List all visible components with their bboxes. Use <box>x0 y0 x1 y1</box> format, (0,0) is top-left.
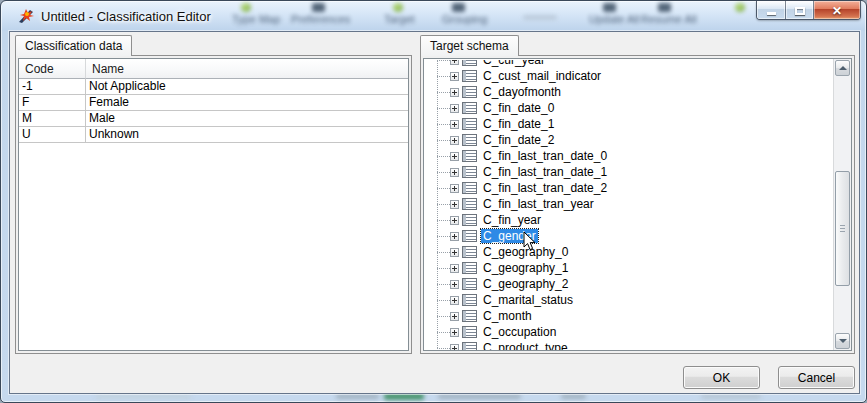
expand-icon[interactable] <box>450 184 459 193</box>
tree-item-clipped[interactable]: C_cur_year <box>424 60 832 68</box>
expand-icon[interactable] <box>450 296 459 305</box>
expand-icon[interactable] <box>450 280 459 289</box>
minimize-button[interactable] <box>757 1 786 19</box>
schema-tree-view: C_cur_year C_cust_mail_indicator C_dayof… <box>423 58 852 351</box>
expand-icon[interactable] <box>450 344 459 351</box>
tree-item[interactable]: C_fin_last_tran_date_1 <box>424 164 832 180</box>
tree-item[interactable]: C_fin_last_tran_year <box>424 196 832 212</box>
tree-item[interactable]: C_product_type <box>424 340 832 350</box>
tree-item-label[interactable]: C_fin_date_1 <box>481 117 556 131</box>
table-icon <box>462 278 477 290</box>
ok-button[interactable]: OK <box>683 366 760 389</box>
expand-icon[interactable] <box>450 232 459 241</box>
expand-icon[interactable] <box>450 152 459 161</box>
tree-item[interactable]: C_month <box>424 308 832 324</box>
tree-item-label[interactable]: C_geography_0 <box>481 245 570 259</box>
tree-item[interactable]: C_fin_date_2 <box>424 132 832 148</box>
table-icon <box>462 214 477 226</box>
title-bar[interactable]: Untitled - Classification Editor ✕ <box>1 1 866 31</box>
tree-connector <box>437 204 450 205</box>
tree-item[interactable]: C_marital_status <box>424 292 832 308</box>
tree-item-label[interactable]: C_month <box>481 309 534 323</box>
expand-icon[interactable] <box>450 60 459 65</box>
cancel-button[interactable]: Cancel <box>778 366 855 389</box>
table-icon <box>462 70 477 82</box>
expand-icon[interactable] <box>450 120 459 129</box>
window-title: Untitled - Classification Editor <box>41 9 211 24</box>
tree-connector <box>437 60 450 61</box>
bottom-ghost-item <box>701 394 761 399</box>
tree-item[interactable]: C_fin_date_1 <box>424 116 832 132</box>
maximize-button[interactable] <box>786 1 814 19</box>
bottom-ghost-item <box>96 394 191 399</box>
tree-item-label[interactable]: C_dayofmonth <box>481 85 563 99</box>
tree-item[interactable]: C_occupation <box>424 324 832 340</box>
tree-item-label[interactable]: C_cust_mail_indicator <box>481 69 603 83</box>
table-row[interactable]: M Male <box>19 111 408 127</box>
table-row[interactable]: U Unknown <box>19 127 408 143</box>
column-header-name[interactable]: Name <box>86 59 408 79</box>
tree-item-label[interactable]: C_occupation <box>481 325 558 339</box>
table-row[interactable]: F Female <box>19 95 408 111</box>
tree-item-selected[interactable]: C_gender <box>424 228 832 244</box>
tree-connector <box>437 220 450 221</box>
expand-icon[interactable] <box>450 168 459 177</box>
expand-icon[interactable] <box>450 72 459 81</box>
tree-item-label[interactable]: C_fin_last_tran_date_0 <box>481 149 609 163</box>
tree-item[interactable]: C_fin_date_0 <box>424 100 832 116</box>
tree-item-label[interactable]: C_cur_year <box>481 60 547 67</box>
tab-target-schema[interactable]: Target schema <box>420 35 519 56</box>
tree-item[interactable]: C_geography_0 <box>424 244 832 260</box>
tree-item-label[interactable]: C_geography_1 <box>481 261 570 275</box>
tree-item[interactable]: C_geography_2 <box>424 276 832 292</box>
tree-item-label[interactable]: C_geography_2 <box>481 277 570 291</box>
tree-item-label[interactable]: C_fin_last_tran_date_1 <box>481 165 609 179</box>
expand-icon[interactable] <box>450 328 459 337</box>
app-icon[interactable] <box>18 8 35 24</box>
table-icon <box>462 60 477 66</box>
tree-item-label[interactable]: C_fin_date_2 <box>481 133 556 147</box>
cell-code: U <box>19 127 86 142</box>
tree-connector <box>437 300 450 301</box>
close-button[interactable]: ✕ <box>814 1 860 19</box>
table-icon <box>462 86 477 98</box>
expand-icon[interactable] <box>450 104 459 113</box>
tree-item[interactable]: C_fin_last_tran_date_2 <box>424 180 832 196</box>
close-icon: ✕ <box>832 5 842 17</box>
expand-icon[interactable] <box>450 88 459 97</box>
table-row[interactable]: -1 Not Applicable <box>19 79 408 95</box>
table-header: Code Name <box>19 59 408 79</box>
tab-classification-data[interactable]: Classification data <box>15 35 132 56</box>
tree-item-label[interactable]: C_product_type <box>481 341 570 350</box>
tree-item-label[interactable]: C_fin_last_tran_year <box>481 197 596 211</box>
scrollbar-down-button[interactable] <box>835 333 850 349</box>
expand-icon[interactable] <box>450 248 459 257</box>
tree-item-label[interactable]: C_fin_last_tran_date_2 <box>481 181 609 195</box>
expand-icon[interactable] <box>450 264 459 273</box>
expand-icon[interactable] <box>450 136 459 145</box>
expand-icon[interactable] <box>450 312 459 321</box>
tree-item-label[interactable]: C_fin_date_0 <box>481 101 556 115</box>
tree-item[interactable]: C_dayofmonth <box>424 84 832 100</box>
expand-icon[interactable] <box>450 200 459 209</box>
tree-item[interactable]: C_fin_year <box>424 212 832 228</box>
tree-item[interactable]: C_geography_1 <box>424 260 832 276</box>
tree-item-label[interactable]: C_gender <box>481 229 538 243</box>
table-icon <box>462 102 477 114</box>
tree-connector <box>437 236 450 237</box>
arrow-up-icon <box>839 66 847 70</box>
column-header-code[interactable]: Code <box>19 59 86 79</box>
scrollbar-up-button[interactable] <box>835 60 850 76</box>
table-icon <box>462 166 477 178</box>
tree-item[interactable]: C_cust_mail_indicator <box>424 68 832 84</box>
tree-item[interactable]: C_fin_last_tran_date_0 <box>424 148 832 164</box>
tree-item-label[interactable]: C_fin_year <box>481 213 543 227</box>
tree-connector <box>437 316 450 317</box>
cell-name: Not Applicable <box>86 79 408 94</box>
scrollbar-thumb[interactable] <box>835 171 850 286</box>
table-icon <box>462 310 477 322</box>
tree-item-label[interactable]: C_marital_status <box>481 293 575 307</box>
table-icon <box>462 118 477 130</box>
expand-icon[interactable] <box>450 216 459 225</box>
tree-scrollbar[interactable] <box>833 59 851 350</box>
